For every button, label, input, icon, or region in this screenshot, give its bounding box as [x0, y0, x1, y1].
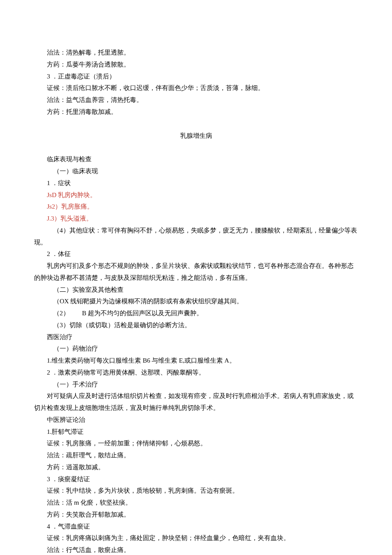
- text-line: 中医辨证论治: [34, 414, 358, 426]
- text-line: 4 ．气滞血瘀证: [34, 521, 358, 533]
- text-line: 方药：逍遥散加减。: [34, 462, 358, 474]
- text-line: （一）药物治疗: [34, 343, 358, 355]
- text-line: 治法：益气活血养营，清热托毒。: [34, 94, 358, 106]
- text-line: 1 ．症状: [34, 177, 358, 189]
- text-line: 1.肝郁气滞证: [34, 426, 358, 438]
- text-line: 证候：乳中结块，多为片块状，质地较韧，乳房刺痛。舌边有瘀斑。: [34, 485, 358, 497]
- text-line: 证候：乳房胀痛，一经前加重；伴情绪抑郁，心烦易怒。: [34, 438, 358, 450]
- text-line: 治法：疏肝理气，散结止痛。: [34, 450, 358, 462]
- text-line: （2） B 超为不均匀的低回声区以及无回声囊肿。: [34, 308, 358, 320]
- section-title: 乳腺增生病: [34, 130, 358, 142]
- text-line: 西医治疗: [34, 331, 358, 343]
- text-line: 1.维生素类药物可每次口服维生素 B6 与维生素 E,或口服维生素 A。: [34, 355, 358, 367]
- text-line: （一）临床表现: [34, 166, 358, 177]
- text-line: （3）切除（或切取）活检是最确切的诊断方法。: [34, 320, 358, 331]
- text-line: （一）手术治疗: [34, 379, 358, 391]
- text-line: （OX 线钼靶摄片为边缘模糊不清的阴影或有条索状组织穿越其间。: [34, 296, 358, 308]
- text-line: （4）其他症状：常可伴有胸闷不舒，心烦易怒，失眠多梦，疲乏无力，腰膝酸软，经期紊…: [34, 225, 358, 249]
- text-line: 方药：瓜蒌牛蒡汤合透脓散。: [34, 59, 358, 71]
- text-line: 证候：溃后疮口脓水不断，收口迟缓，伴有面色少华；舌质淡，苔薄，脉细。: [34, 82, 358, 94]
- text-line-highlight: Js2）乳房胀痛。: [34, 201, 358, 213]
- text-line-highlight: JsD 乳房内肿块。: [34, 189, 358, 201]
- text-line: 方药：失笑散合开郁散加减。: [34, 509, 358, 521]
- text-line: （二）实验室及其他检查: [34, 284, 358, 296]
- text-line: 临床表现与检查: [34, 154, 358, 166]
- text-line: 证候：乳房疼痛以刺痛为主，痛处固定，肿块坚韧；伴经血量少，色暗红，夹有血块。: [34, 532, 358, 544]
- document-page: 治法：清热解毒，托里透脓。 方药：瓜蒌牛蒡汤合透脓散。 3 ．正虚毒恋证（溃后）…: [0, 0, 392, 555]
- text-line: 治法：清热解毒，托里透脓。: [34, 47, 358, 59]
- text-line: 3 ．痰瘀凝结证: [34, 474, 358, 485]
- text-line: 3 ．正虚毒恋证（溃后）: [34, 71, 358, 83]
- text-line: 2 ．体征: [34, 248, 358, 260]
- text-line: 乳房内可扪及多个形态不规则的肿块，多呈片块状、条索状或颗粒状结节，也可各种形态混…: [34, 260, 358, 284]
- text-line: 治法：行气活血，散瘀止痛。: [34, 544, 358, 555]
- text-line: 治法：活 m 化瘀，软坚祛痰。: [34, 497, 358, 509]
- text-line: 对可疑病人应及时进行活体组织切片检查，如发现有癌变，应及时行乳癌根治手术。若病人…: [34, 390, 358, 414]
- text-line: 方药：托里消毒散加减。: [34, 106, 358, 118]
- text-line-highlight: J.3）乳头溢液。: [34, 213, 358, 225]
- text-line: 2 ．激素类药物常可选用黄体酮、达那噗、丙酸睾酮等。: [34, 367, 358, 379]
